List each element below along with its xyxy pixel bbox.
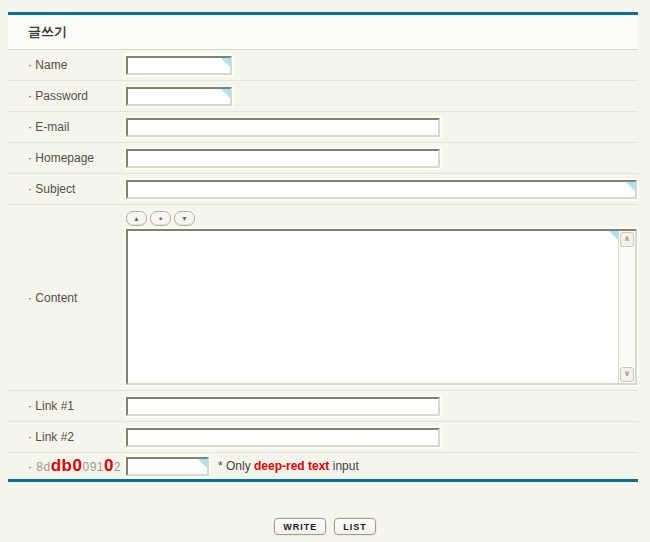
password-input[interactable]: [126, 87, 232, 106]
captcha-char: 2: [114, 460, 121, 474]
captcha-char: 1: [97, 460, 104, 474]
content-textarea-frame: ∧ ∨: [126, 229, 637, 385]
captcha-char: 0: [73, 456, 83, 475]
form-header: 글쓰기: [8, 15, 638, 50]
textarea-scrollbar[interactable]: ∧ ∨: [618, 231, 635, 383]
textarea-reset-button[interactable]: ■: [150, 211, 171, 226]
captcha-char: 8: [36, 460, 43, 474]
email-label: · E-mail: [8, 120, 126, 134]
footer-actions: WRITE LIST: [0, 482, 650, 535]
captcha-note: * Only deep-red text input: [218, 459, 359, 473]
captcha-char: b: [62, 456, 73, 475]
captcha-char: 0: [104, 456, 114, 475]
captcha-note-prefix: * Only: [218, 459, 254, 473]
scroll-down-button[interactable]: ∨: [620, 367, 634, 382]
captcha-note-highlight: deep-red text: [254, 459, 329, 473]
link2-input[interactable]: [126, 428, 440, 447]
captcha-code: · 8ddb009102: [8, 456, 126, 476]
name-label: · Name: [8, 58, 126, 72]
list-button[interactable]: LIST: [334, 518, 376, 535]
link1-label: · Link #1: [8, 399, 126, 413]
email-row: · E-mail: [8, 112, 638, 143]
down-triangle-icon: ▼: [181, 215, 188, 222]
captcha-char: d: [44, 460, 51, 474]
square-icon: ■: [159, 216, 162, 221]
name-row: · Name: [8, 50, 638, 81]
captcha-char: 0: [82, 460, 89, 474]
captcha-char: d: [51, 456, 62, 475]
link1-row: · Link #1: [8, 391, 638, 422]
content-textarea[interactable]: [128, 231, 618, 383]
page-title: 글쓰기: [28, 23, 67, 41]
email-input[interactable]: [126, 118, 440, 137]
write-button[interactable]: WRITE: [274, 518, 326, 535]
subject-row: · Subject: [8, 174, 638, 205]
scroll-up-button[interactable]: ∧: [620, 232, 634, 247]
captcha-row: · 8ddb009102 * Only deep-red text input: [8, 453, 638, 479]
chevron-up-icon: ∧: [624, 235, 631, 243]
link2-row: · Link #2: [8, 422, 638, 453]
content-label: · Content: [8, 291, 126, 305]
subject-input[interactable]: [126, 180, 637, 199]
captcha-input[interactable]: [126, 457, 209, 476]
homepage-input[interactable]: [126, 149, 440, 168]
textarea-shrink-button[interactable]: ▼: [174, 211, 195, 226]
password-row: · Password: [8, 81, 638, 112]
textarea-grow-button[interactable]: ▲: [126, 211, 147, 226]
homepage-label: · Homepage: [8, 151, 126, 165]
top-margin: [8, 0, 638, 12]
link1-input[interactable]: [126, 397, 440, 416]
subject-label: · Subject: [8, 182, 126, 196]
captcha-char: 9: [90, 460, 97, 474]
content-row: · Content ▲ ■ ▼ ∧: [8, 205, 638, 391]
password-label: · Password: [8, 89, 126, 103]
homepage-row: · Homepage: [8, 143, 638, 174]
link2-label: · Link #2: [8, 430, 126, 444]
up-triangle-icon: ▲: [133, 215, 140, 222]
chevron-down-icon: ∨: [624, 370, 631, 378]
textarea-toolbar: ▲ ■ ▼: [126, 211, 195, 226]
name-input[interactable]: [126, 56, 232, 75]
write-form-page: 글쓰기 · Name · Password · E-mail: [8, 0, 638, 482]
captcha-note-suffix: input: [329, 459, 358, 473]
